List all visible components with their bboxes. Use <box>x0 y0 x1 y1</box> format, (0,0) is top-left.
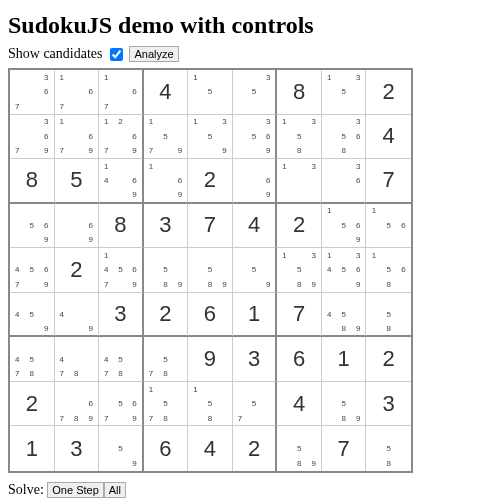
cell-r2-c4[interactable]: 2 <box>188 159 233 204</box>
candidate-8: 8 <box>336 321 351 335</box>
cell-r3-c7[interactable]: 1569 <box>322 204 367 249</box>
cell-r6-c1[interactable]: 478 <box>55 337 100 382</box>
cell-r4-c8[interactable]: 1568 <box>366 248 411 293</box>
cell-r6-c5[interactable]: 3 <box>233 337 278 382</box>
cell-r6-c8[interactable]: 2 <box>366 337 411 382</box>
cell-r8-c6[interactable]: 589 <box>277 426 322 471</box>
candidate-7 <box>144 277 159 292</box>
cell-r0-c4[interactable]: 15 <box>188 70 233 115</box>
cell-r4-c4[interactable]: 589 <box>188 248 233 293</box>
candidate-4 <box>144 263 159 278</box>
cell-r8-c5[interactable]: 2 <box>233 426 278 471</box>
cell-r7-c0[interactable]: 2 <box>10 382 55 427</box>
cell-r1-c5[interactable]: 3569 <box>233 115 278 160</box>
candidate-6 <box>173 396 188 411</box>
cell-r5-c7[interactable]: 4589 <box>322 293 367 338</box>
cell-r0-c5[interactable]: 35 <box>233 70 278 115</box>
cell-r7-c5[interactable]: 57 <box>233 382 278 427</box>
candidate-5 <box>69 129 84 144</box>
cell-r2-c5[interactable]: 69 <box>233 159 278 204</box>
cell-r6-c6[interactable]: 6 <box>277 337 322 382</box>
cell-r0-c1[interactable]: 167 <box>55 70 100 115</box>
cell-r8-c0[interactable]: 1 <box>10 426 55 471</box>
cell-r1-c0[interactable]: 3679 <box>10 115 55 160</box>
cell-r5-c8[interactable]: 58 <box>366 293 411 338</box>
show-candidates-label: Show candidates <box>8 46 102 61</box>
cell-r6-c4[interactable]: 9 <box>188 337 233 382</box>
candidate-7: 7 <box>99 411 113 426</box>
cell-r7-c3[interactable]: 1578 <box>144 382 189 427</box>
cell-r7-c6[interactable]: 4 <box>277 382 322 427</box>
cell-r4-c5[interactable]: 59 <box>233 248 278 293</box>
cell-r5-c2[interactable]: 3 <box>99 293 144 338</box>
candidates: 589 <box>144 248 188 292</box>
cell-r6-c0[interactable]: 4578 <box>10 337 55 382</box>
cell-r1-c7[interactable]: 3568 <box>322 115 367 160</box>
candidate-5 <box>69 307 84 321</box>
cell-r5-c0[interactable]: 459 <box>10 293 55 338</box>
cell-r8-c8[interactable]: 58 <box>366 426 411 471</box>
candidate-7 <box>188 411 203 426</box>
cell-r0-c8[interactable]: 2 <box>366 70 411 115</box>
cell-r3-c0[interactable]: 569 <box>10 204 55 249</box>
cell-r6-c3[interactable]: 578 <box>144 337 189 382</box>
cell-r0-c6[interactable]: 8 <box>277 70 322 115</box>
cell-r8-c1[interactable]: 3 <box>55 426 100 471</box>
cell-r8-c7[interactable]: 7 <box>322 426 367 471</box>
cell-r4-c0[interactable]: 45679 <box>10 248 55 293</box>
candidate-5 <box>113 129 127 144</box>
cell-r4-c3[interactable]: 589 <box>144 248 189 293</box>
cell-r2-c3[interactable]: 169 <box>144 159 189 204</box>
candidate-6 <box>396 307 411 321</box>
cell-r4-c6[interactable]: 13589 <box>277 248 322 293</box>
cell-r5-c1[interactable]: 49 <box>55 293 100 338</box>
cell-r0-c2[interactable]: 167 <box>99 70 144 115</box>
cell-r3-c2[interactable]: 8 <box>99 204 144 249</box>
cell-r4-c1[interactable]: 2 <box>55 248 100 293</box>
cell-r4-c2[interactable]: 145679 <box>99 248 144 293</box>
cell-r3-c8[interactable]: 156 <box>366 204 411 249</box>
cell-r0-c7[interactable]: 135 <box>322 70 367 115</box>
cell-r5-c6[interactable]: 7 <box>277 293 322 338</box>
cell-r7-c4[interactable]: 158 <box>188 382 233 427</box>
cell-r2-c7[interactable]: 36 <box>322 159 367 204</box>
cell-r7-c8[interactable]: 3 <box>366 382 411 427</box>
analyze-button[interactable]: Analyze <box>129 46 178 62</box>
cell-r5-c4[interactable]: 6 <box>188 293 233 338</box>
candidate-4 <box>277 129 292 144</box>
cell-r8-c2[interactable]: 59 <box>99 426 144 471</box>
cell-r7-c1[interactable]: 6789 <box>55 382 100 427</box>
cell-r0-c0[interactable]: 367 <box>10 70 55 115</box>
cell-r2-c1[interactable]: 5 <box>55 159 100 204</box>
cell-r1-c4[interactable]: 1359 <box>188 115 233 160</box>
cell-r1-c2[interactable]: 12679 <box>99 115 144 160</box>
cell-r3-c1[interactable]: 69 <box>55 204 100 249</box>
cell-r7-c2[interactable]: 5679 <box>99 382 144 427</box>
cell-r4-c7[interactable]: 134569 <box>322 248 367 293</box>
cell-r1-c1[interactable]: 1679 <box>55 115 100 160</box>
cell-r8-c3[interactable]: 6 <box>144 426 189 471</box>
cell-r6-c7[interactable]: 1 <box>322 337 367 382</box>
cell-r7-c7[interactable]: 589 <box>322 382 367 427</box>
cell-r5-c3[interactable]: 2 <box>144 293 189 338</box>
cell-r1-c8[interactable]: 4 <box>366 115 411 160</box>
cell-r2-c6[interactable]: 13 <box>277 159 322 204</box>
candidate-7: 7 <box>99 144 113 159</box>
solve-all-button[interactable]: All <box>104 482 126 498</box>
cell-r2-c0[interactable]: 8 <box>10 159 55 204</box>
cell-r5-c5[interactable]: 1 <box>233 293 278 338</box>
cell-r3-c5[interactable]: 4 <box>233 204 278 249</box>
cell-r0-c3[interactable]: 4 <box>144 70 189 115</box>
cell-r3-c6[interactable]: 2 <box>277 204 322 249</box>
cell-r3-c3[interactable]: 3 <box>144 204 189 249</box>
cell-r1-c6[interactable]: 1358 <box>277 115 322 160</box>
cell-r3-c4[interactable]: 7 <box>188 204 233 249</box>
cell-r1-c3[interactable]: 1579 <box>144 115 189 160</box>
one-step-button[interactable]: One Step <box>47 482 103 498</box>
candidate-1 <box>366 426 381 441</box>
show-candidates-checkbox[interactable] <box>110 48 123 61</box>
cell-r8-c4[interactable]: 4 <box>188 426 233 471</box>
cell-r6-c2[interactable]: 4578 <box>99 337 144 382</box>
cell-r2-c2[interactable]: 1469 <box>99 159 144 204</box>
cell-r2-c8[interactable]: 7 <box>366 159 411 204</box>
